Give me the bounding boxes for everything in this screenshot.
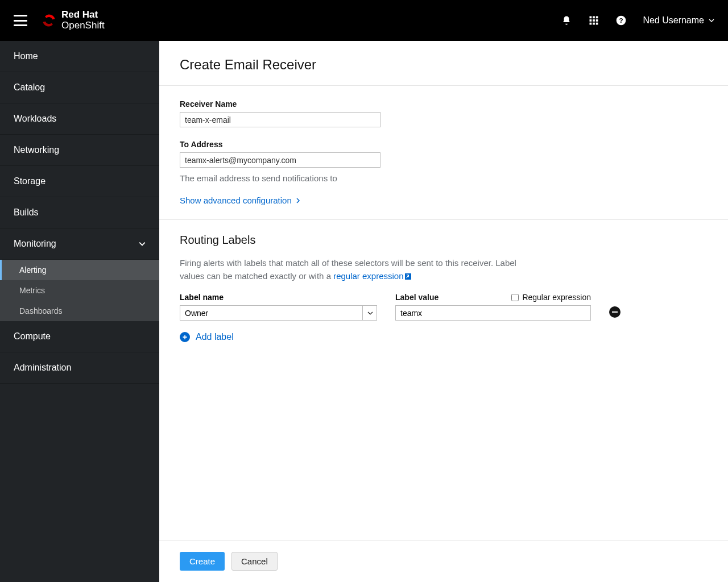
brand-line2: OpenShift xyxy=(61,20,105,31)
routing-labels-desc: Firing alerts with labels that match all… xyxy=(180,257,521,282)
user-name: Ned Username xyxy=(643,15,704,26)
label-name-select[interactable] xyxy=(180,305,377,321)
redhat-icon xyxy=(41,13,57,28)
to-address-helper: The email address to send notifications … xyxy=(180,173,708,183)
user-menu[interactable]: Ned Username xyxy=(643,15,714,26)
help-icon[interactable]: ? xyxy=(615,15,627,26)
chevron-down-icon xyxy=(709,18,714,23)
add-label-button[interactable]: + Add label xyxy=(180,332,234,342)
svg-rect-0 xyxy=(590,16,592,19)
sidebar-item-workloads[interactable]: Workloads xyxy=(0,103,159,135)
sidebar-item-dashboards[interactable]: Dashboards xyxy=(0,301,159,321)
svg-rect-8 xyxy=(596,23,598,25)
show-advanced-link[interactable]: Show advanced configuration xyxy=(180,196,301,205)
apps-grid-icon[interactable] xyxy=(588,15,599,26)
main-content: Create Email Receiver Receiver Name To A… xyxy=(159,41,728,582)
sidebar-item-home[interactable]: Home xyxy=(0,41,159,72)
label-value-input[interactable] xyxy=(395,305,591,321)
sidebar-item-metrics[interactable]: Metrics xyxy=(0,280,159,301)
routing-labels-title: Routing Labels xyxy=(180,234,708,247)
brand-line1: Red Hat xyxy=(61,9,98,20)
svg-rect-12 xyxy=(612,311,618,313)
sidebar-item-catalog[interactable]: Catalog xyxy=(0,72,159,103)
label-row: Label name Label value Regular exp xyxy=(180,293,708,321)
svg-rect-6 xyxy=(590,23,592,25)
sidebar-item-networking[interactable]: Networking xyxy=(0,135,159,166)
receiver-name-label: Receiver Name xyxy=(180,99,708,109)
page-title: Create Email Receiver xyxy=(180,57,708,73)
sidebar-submenu-monitoring: Alerting Metrics Dashboards xyxy=(0,260,159,321)
form-footer: Create Cancel xyxy=(159,540,728,582)
svg-rect-7 xyxy=(593,23,595,25)
sidebar-nav: Home Catalog Workloads Networking Storag… xyxy=(0,41,159,582)
label-name-header: Label name xyxy=(180,293,377,302)
minus-icon xyxy=(612,311,618,313)
sidebar-item-storage[interactable]: Storage xyxy=(0,166,159,197)
receiver-name-input[interactable] xyxy=(180,112,380,127)
sidebar-item-compute[interactable]: Compute xyxy=(0,321,159,352)
svg-text:?: ? xyxy=(619,16,623,24)
svg-rect-1 xyxy=(593,16,595,19)
brand-logo[interactable]: Red Hat OpenShift xyxy=(41,10,105,31)
svg-rect-5 xyxy=(596,19,598,22)
to-address-label: To Address xyxy=(180,140,708,149)
external-link-icon xyxy=(405,273,411,280)
regex-checkbox[interactable] xyxy=(511,294,519,301)
svg-rect-2 xyxy=(596,16,598,19)
chevron-down-icon xyxy=(139,240,146,247)
top-header: Red Hat OpenShift ? Ned Username xyxy=(0,0,728,41)
bell-icon[interactable] xyxy=(561,15,572,26)
to-address-input[interactable] xyxy=(180,152,380,168)
sidebar-item-alerting[interactable]: Alerting xyxy=(0,260,159,280)
sidebar-item-monitoring[interactable]: Monitoring xyxy=(0,228,159,260)
svg-rect-11 xyxy=(405,273,411,280)
svg-rect-3 xyxy=(590,19,592,22)
label-value-header: Label value xyxy=(395,293,439,302)
chevron-right-icon xyxy=(295,198,301,203)
create-button[interactable]: Create xyxy=(180,552,225,571)
cancel-button[interactable]: Cancel xyxy=(231,552,278,571)
sidebar-item-builds[interactable]: Builds xyxy=(0,197,159,228)
hamburger-menu-icon[interactable] xyxy=(14,15,27,26)
regex-checkbox-label: Regular expression xyxy=(522,293,591,302)
svg-rect-4 xyxy=(593,19,595,22)
remove-label-button[interactable] xyxy=(609,306,621,318)
regex-link[interactable]: regular expression xyxy=(333,271,411,281)
plus-circle-icon: + xyxy=(180,332,190,342)
sidebar-item-administration[interactable]: Administration xyxy=(0,352,159,384)
